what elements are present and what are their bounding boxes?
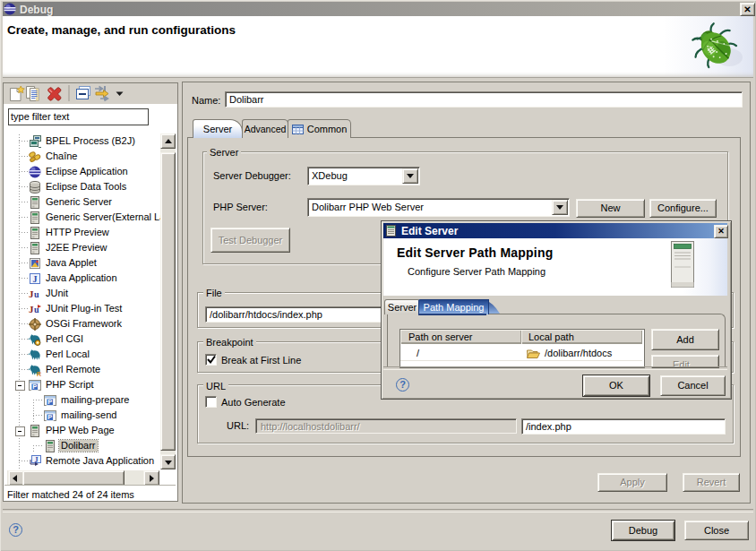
svg-text:J: J xyxy=(33,274,38,284)
svg-text:R: R xyxy=(37,371,41,377)
